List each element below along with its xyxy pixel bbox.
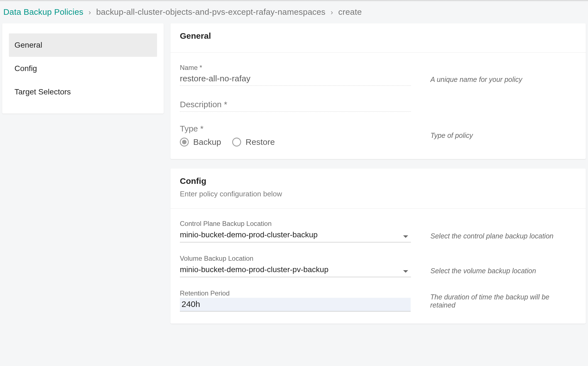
volume-helper: Select the volume backup location: [430, 267, 536, 277]
card-subtitle-config: Enter policy configuration below: [180, 190, 576, 198]
retention-label: Retention Period: [180, 289, 411, 297]
control-plane-label: Control Plane Backup Location: [180, 220, 411, 228]
form-row-name: Name * A unique name for your policy: [180, 64, 576, 86]
type-label: Type *: [180, 124, 411, 133]
sidebar-item-label: Target Selectors: [14, 87, 71, 96]
breadcrumb-leaf: create: [338, 7, 362, 16]
card-header: Config Enter policy configuration below: [170, 169, 586, 209]
sidebar-item-target-selectors[interactable]: Target Selectors: [9, 80, 157, 104]
control-plane-field-wrap: Control Plane Backup Location minio-buck…: [180, 220, 411, 242]
name-helper: A unique name for your policy: [430, 75, 522, 86]
card-body: Control Plane Backup Location minio-buck…: [170, 209, 586, 324]
radio-label: Restore: [246, 137, 275, 147]
card-title-config: Config: [180, 176, 576, 186]
card-header: General: [170, 23, 586, 53]
volume-label: Volume Backup Location: [180, 255, 411, 262]
sidebar-item-config[interactable]: Config: [9, 57, 157, 80]
form-row-type: Type * Backup Restore Type: [180, 124, 576, 147]
radio-circle-icon: [180, 138, 189, 147]
name-field-wrap: Name *: [180, 64, 411, 86]
description-input[interactable]: [180, 98, 411, 112]
volume-value: minio-bucket-demo-prod-cluster-pv-backup: [180, 263, 411, 277]
sidebar-item-label: Config: [14, 64, 37, 73]
card-title-general: General: [180, 31, 576, 41]
general-card: General Name * A unique name for your po…: [170, 23, 586, 159]
retention-input[interactable]: [180, 298, 411, 311]
breadcrumb-root-link[interactable]: Data Backup Policies: [3, 7, 83, 16]
control-plane-select[interactable]: minio-bucket-demo-prod-cluster-backup: [180, 228, 411, 242]
breadcrumb: Data Backup Policies › backup-all-cluste…: [0, 2, 588, 23]
radio-backup[interactable]: Backup: [180, 137, 221, 147]
radio-dot-icon: [182, 140, 187, 144]
volume-field-wrap: Volume Backup Location minio-bucket-demo…: [180, 255, 411, 277]
form-row-retention: Retention Period The duration of time th…: [180, 289, 576, 311]
radio-label: Backup: [193, 137, 221, 147]
control-plane-helper: Select the control plane backup location: [430, 232, 553, 242]
volume-select[interactable]: minio-bucket-demo-prod-cluster-pv-backup: [180, 263, 411, 277]
type-radio-group: Backup Restore: [180, 134, 411, 147]
form-row-control-plane: Control Plane Backup Location minio-buck…: [180, 220, 576, 242]
radio-circle-icon: [232, 138, 241, 147]
name-label: Name *: [180, 64, 411, 72]
sidebar-item-general[interactable]: General: [9, 33, 157, 57]
card-body: Name * A unique name for your policy Typ…: [170, 53, 586, 159]
retention-helper: The duration of time the backup will be …: [430, 293, 576, 311]
control-plane-value: minio-bucket-demo-prod-cluster-backup: [180, 228, 411, 242]
type-helper: Type of policy: [430, 131, 473, 140]
type-field-wrap: Type * Backup Restore: [180, 124, 411, 147]
retention-field-wrap: Retention Period: [180, 289, 411, 311]
sidebar-item-label: General: [14, 41, 42, 49]
form-row-volume: Volume Backup Location minio-bucket-demo…: [180, 255, 576, 277]
sidebar: General Config Target Selectors: [2, 23, 164, 114]
breadcrumb-separator: ›: [89, 8, 91, 16]
main-content: General Name * A unique name for your po…: [170, 23, 586, 333]
form-row-description: [180, 98, 576, 112]
description-field-wrap: [180, 98, 411, 112]
name-input[interactable]: [180, 72, 411, 86]
radio-restore[interactable]: Restore: [232, 137, 275, 147]
breadcrumb-item[interactable]: backup-all-cluster-objects-and-pvs-excep…: [96, 7, 325, 16]
config-card: Config Enter policy configuration below …: [170, 169, 586, 324]
breadcrumb-separator: ›: [331, 8, 333, 16]
